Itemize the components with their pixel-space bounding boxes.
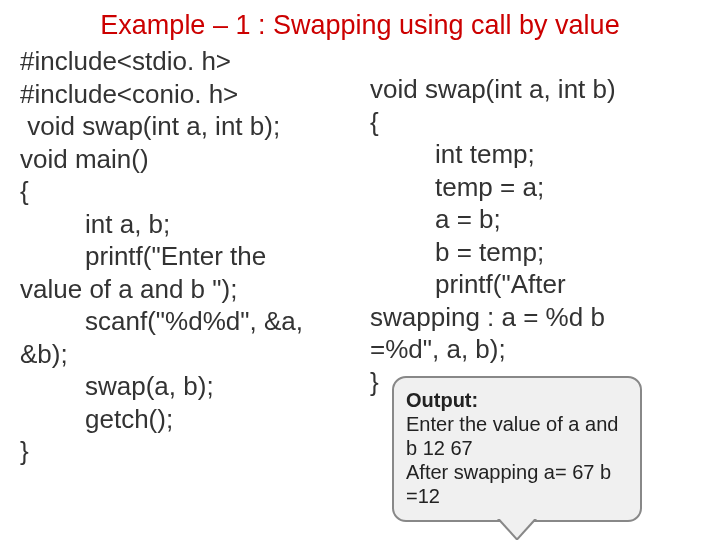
output-line-2: After swapping a= 67 b =12	[406, 460, 628, 508]
callout-tail	[499, 518, 535, 538]
slide-title: Example – 1 : Swapping using call by val…	[0, 0, 720, 45]
output-line-1: Enter the value of a and b 12 67	[406, 412, 628, 460]
output-title: Output:	[406, 388, 628, 412]
left-code-block: #include<stdio. h> #include<conio. h> vo…	[20, 45, 360, 468]
output-callout: Output: Enter the value of a and b 12 67…	[392, 376, 642, 522]
